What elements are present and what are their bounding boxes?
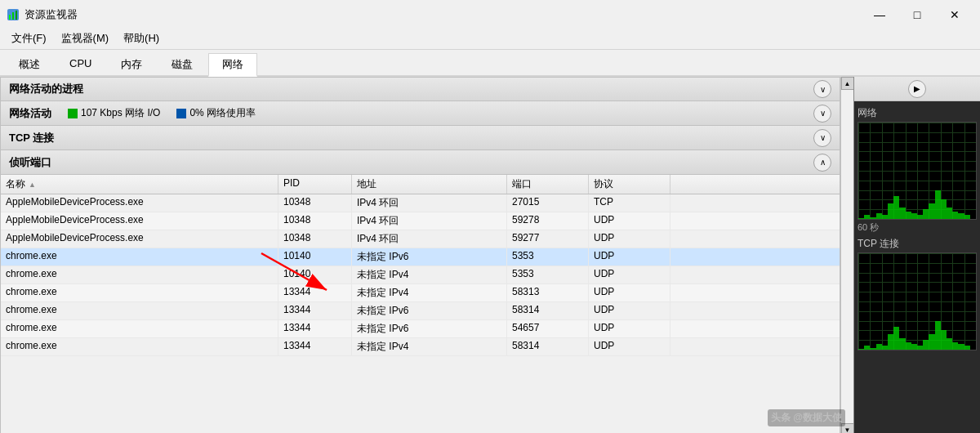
minimize-button[interactable]: — (861, 3, 898, 26)
io-dot-icon (68, 109, 78, 118)
tab-overview[interactable]: 概述 (5, 53, 54, 75)
col-port[interactable]: 端口 (507, 175, 589, 194)
tcp-connections-title: TCP 连接 (9, 131, 54, 145)
svg-rect-3 (16, 11, 17, 20)
svg-rect-2 (12, 12, 14, 20)
network-processes-title: 网络活动的进程 (9, 82, 83, 96)
table-row[interactable]: chrome.exe 10140 未指定 IPv6 5353 UDP (1, 248, 840, 266)
table-header: 名称 ▲ PID 地址 端口 协议 (1, 175, 840, 194)
cell-pid: 13344 (278, 302, 352, 319)
graph-time-label: 60 秒 (858, 220, 977, 235)
table-row[interactable]: chrome.exe 10140 未指定 IPv4 5353 UDP (1, 266, 840, 284)
table-row[interactable]: chrome.exe 13344 未指定 IPv6 54657 UDP (1, 320, 840, 338)
main-scrollbar[interactable]: ▲ ▼ (840, 77, 853, 433)
tab-disk[interactable]: 磁盘 (158, 53, 207, 75)
tab-bar: 概述 CPU 内存 磁盘 网络 (0, 50, 980, 77)
cell-protocol: UDP (589, 320, 670, 337)
cell-name: chrome.exe (1, 338, 278, 355)
cell-address: 未指定 IPv6 (352, 302, 507, 319)
menu-help[interactable]: 帮助(H) (117, 29, 166, 47)
cell-address: IPv4 环回 (352, 194, 507, 212)
title-bar-left: 资源监视器 (7, 7, 78, 22)
cell-address: 未指定 IPv4 (352, 266, 507, 283)
network-activity-section[interactable]: 网络活动 107 Kbps 网络 I/O 0% 网络使用率 ∨ (0, 101, 840, 126)
col-address[interactable]: 地址 (352, 175, 507, 194)
svg-rect-5 (176, 109, 186, 118)
title-bar: 资源监视器 — □ ✕ (0, 0, 980, 28)
cell-name: chrome.exe (1, 320, 278, 337)
table-row[interactable]: chrome.exe 13344 未指定 IPv6 58314 UDP (1, 302, 840, 320)
cell-protocol: UDP (589, 212, 670, 230)
right-expand-button[interactable]: ▶ (908, 80, 926, 98)
col-pid[interactable]: PID (278, 175, 352, 194)
cell-name: AppleMobileDeviceProcess.exe (1, 194, 278, 212)
table-row[interactable]: AppleMobileDeviceProcess.exe 10348 IPv4 … (1, 194, 840, 212)
cell-name: chrome.exe (1, 302, 278, 319)
cell-address: 未指定 IPv6 (352, 320, 507, 337)
tcp-graph (858, 252, 977, 350)
title-bar-controls: — □ ✕ (861, 3, 973, 26)
cell-pid: 13344 (278, 284, 352, 301)
listening-ports-title: 侦听端口 (9, 155, 51, 170)
tcp-connections-section[interactable]: TCP 连接 ∨ (0, 126, 840, 150)
network-graph-label: 网络 (858, 105, 977, 122)
app-icon (7, 8, 20, 21)
cell-port: 5353 (507, 248, 589, 266)
menu-monitor[interactable]: 监视器(M) (55, 29, 116, 47)
cell-protocol: UDP (589, 266, 670, 283)
tcp-connections-chevron[interactable]: ∨ (813, 129, 831, 147)
cell-port: 5353 (507, 266, 589, 283)
close-button[interactable]: ✕ (936, 3, 973, 26)
io-label: 107 Kbps 网络 I/O (81, 106, 160, 120)
usage-label: 0% 网络使用率 (189, 106, 256, 120)
col-name[interactable]: 名称 ▲ (1, 175, 278, 194)
left-panel: 网络活动的进程 ∨ 网络活动 107 Kbps 网络 I/O 0% 网络使用率 … (0, 77, 840, 433)
usage-dot-icon (176, 109, 186, 118)
cell-pid: 10348 (278, 230, 352, 248)
maximize-button[interactable]: □ (898, 3, 936, 26)
listening-ports-header[interactable]: 侦听端口 ∧ (1, 150, 840, 175)
cell-port: 58313 (507, 284, 589, 301)
cell-port: 59277 (507, 230, 589, 248)
table-row[interactable]: chrome.exe 13344 未指定 IPv4 58313 UDP (1, 284, 840, 302)
menu-file[interactable]: 文件(F) (5, 29, 53, 47)
cell-port: 27015 (507, 194, 589, 212)
svg-rect-1 (9, 15, 11, 20)
cell-port: 54657 (507, 320, 589, 337)
network-activity-chevron[interactable]: ∨ (813, 105, 831, 123)
io-indicator: 107 Kbps 网络 I/O (68, 106, 160, 120)
cell-pid: 10348 (278, 194, 352, 212)
tab-network[interactable]: 网络 (208, 53, 257, 77)
svg-rect-4 (68, 109, 78, 118)
network-graph (858, 122, 977, 220)
right-panel-top: ▶ (854, 77, 980, 101)
right-panel: ▶ 网络 60 秒 TCP 连接 (853, 77, 980, 433)
cell-address: 未指定 IPv4 (352, 284, 507, 301)
cell-address: IPv4 环回 (352, 212, 507, 230)
menu-bar: 文件(F) 监视器(M) 帮助(H) (0, 28, 980, 50)
watermark: 头条 @数据大使 (768, 409, 845, 426)
tab-cpu[interactable]: CPU (56, 53, 105, 75)
listening-ports-chevron[interactable]: ∧ (813, 154, 831, 172)
table-row[interactable]: AppleMobileDeviceProcess.exe 10348 IPv4 … (1, 230, 840, 248)
table-row[interactable]: chrome.exe 13344 未指定 IPv4 58314 UDP (1, 338, 840, 356)
network-processes-chevron[interactable]: ∨ (813, 80, 831, 98)
cell-address: 未指定 IPv6 (352, 248, 507, 266)
cell-pid: 10140 (278, 248, 352, 266)
col-protocol[interactable]: 协议 (589, 175, 670, 194)
cell-pid: 10348 (278, 212, 352, 230)
tab-memory[interactable]: 内存 (107, 53, 156, 75)
cell-protocol: UDP (589, 302, 670, 319)
cell-pid: 13344 (278, 338, 352, 355)
cell-name: AppleMobileDeviceProcess.exe (1, 212, 278, 230)
cell-name: AppleMobileDeviceProcess.exe (1, 230, 278, 248)
cell-protocol: UDP (589, 338, 670, 355)
table-row[interactable]: AppleMobileDeviceProcess.exe 10348 IPv4 … (1, 212, 840, 230)
cell-protocol: UDP (589, 284, 670, 301)
network-processes-section[interactable]: 网络活动的进程 ∨ (0, 77, 840, 101)
cell-name: chrome.exe (1, 284, 278, 301)
listening-ports-section: 侦听端口 ∧ 名称 ▲ PID 地址 端口 协议 AppleMobileDevi… (0, 150, 840, 433)
cell-protocol: UDP (589, 248, 670, 266)
scroll-up-button[interactable]: ▲ (841, 77, 854, 90)
main-content: 网络活动的进程 ∨ 网络活动 107 Kbps 网络 I/O 0% 网络使用率 … (0, 77, 980, 433)
